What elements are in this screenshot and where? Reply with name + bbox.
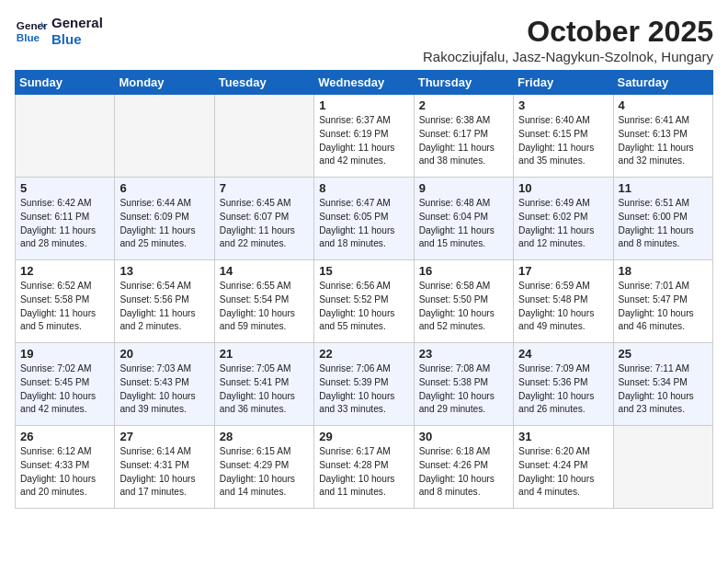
calendar-week-row: 5Sunrise: 6:42 AMSunset: 6:11 PMDaylight… bbox=[16, 178, 713, 260]
day-number: 19 bbox=[20, 347, 109, 361]
calendar-cell: 22Sunrise: 7:06 AMSunset: 5:39 PMDayligh… bbox=[314, 343, 414, 426]
calendar-cell: 26Sunrise: 6:12 AMSunset: 4:33 PMDayligh… bbox=[16, 426, 115, 509]
month-title: October 2025 bbox=[423, 15, 713, 49]
calendar-cell: 9Sunrise: 6:48 AMSunset: 6:04 PMDaylight… bbox=[414, 178, 513, 260]
day-info: Sunrise: 6:40 AMSunset: 6:15 PMDaylight:… bbox=[518, 114, 608, 168]
calendar-cell: 27Sunrise: 6:14 AMSunset: 4:31 PMDayligh… bbox=[115, 426, 214, 509]
calendar-cell: 17Sunrise: 6:59 AMSunset: 5:48 PMDayligh… bbox=[514, 260, 613, 343]
day-info: Sunrise: 6:44 AMSunset: 6:09 PMDaylight:… bbox=[119, 197, 209, 251]
day-number: 3 bbox=[518, 98, 608, 112]
day-info: Sunrise: 7:08 AMSunset: 5:38 PMDaylight:… bbox=[419, 362, 508, 417]
day-number: 23 bbox=[419, 347, 508, 361]
day-number: 24 bbox=[518, 347, 608, 361]
day-header-thursday: Thursday bbox=[414, 71, 513, 95]
day-number: 31 bbox=[518, 430, 608, 443]
calendar-cell: 2Sunrise: 6:38 AMSunset: 6:17 PMDaylight… bbox=[414, 95, 513, 178]
calendar-cell: 4Sunrise: 6:41 AMSunset: 6:13 PMDaylight… bbox=[613, 95, 712, 178]
calendar-cell bbox=[214, 95, 313, 178]
calendar-cell: 18Sunrise: 7:01 AMSunset: 5:47 PMDayligh… bbox=[613, 260, 712, 343]
calendar-cell: 19Sunrise: 7:02 AMSunset: 5:45 PMDayligh… bbox=[16, 343, 115, 426]
calendar-header-row: SundayMondayTuesdayWednesdayThursdayFrid… bbox=[16, 71, 713, 95]
calendar-cell: 15Sunrise: 6:56 AMSunset: 5:52 PMDayligh… bbox=[314, 260, 414, 343]
logo: General Blue General Blue bbox=[15, 15, 103, 48]
calendar-cell: 1Sunrise: 6:37 AMSunset: 6:19 PMDaylight… bbox=[314, 95, 414, 178]
day-info: Sunrise: 7:01 AMSunset: 5:47 PMDaylight:… bbox=[619, 280, 708, 334]
day-info: Sunrise: 6:38 AMSunset: 6:17 PMDaylight:… bbox=[419, 114, 508, 168]
day-info: Sunrise: 6:54 AMSunset: 5:56 PMDaylight:… bbox=[119, 280, 209, 334]
calendar-cell: 20Sunrise: 7:03 AMSunset: 5:43 PMDayligh… bbox=[115, 343, 214, 426]
day-number: 21 bbox=[220, 347, 309, 361]
calendar-cell: 25Sunrise: 7:11 AMSunset: 5:34 PMDayligh… bbox=[613, 343, 712, 426]
day-number: 11 bbox=[619, 181, 708, 195]
logo-general: General bbox=[51, 15, 103, 31]
day-header-wednesday: Wednesday bbox=[314, 71, 414, 95]
day-info: Sunrise: 6:45 AMSunset: 6:07 PMDaylight:… bbox=[220, 197, 309, 251]
day-number: 1 bbox=[319, 98, 408, 112]
day-info: Sunrise: 7:02 AMSunset: 5:45 PMDaylight:… bbox=[20, 362, 109, 417]
day-info: Sunrise: 6:37 AMSunset: 6:19 PMDaylight:… bbox=[319, 114, 408, 168]
calendar-cell: 21Sunrise: 7:05 AMSunset: 5:41 PMDayligh… bbox=[214, 343, 313, 426]
day-number: 22 bbox=[319, 347, 408, 361]
day-number: 5 bbox=[20, 181, 109, 195]
calendar-cell: 24Sunrise: 7:09 AMSunset: 5:36 PMDayligh… bbox=[514, 343, 613, 426]
calendar-cell: 6Sunrise: 6:44 AMSunset: 6:09 PMDaylight… bbox=[115, 178, 214, 260]
calendar-cell: 30Sunrise: 6:18 AMSunset: 4:26 PMDayligh… bbox=[414, 426, 513, 509]
day-number: 26 bbox=[20, 430, 109, 443]
day-number: 4 bbox=[619, 98, 708, 112]
calendar-week-row: 1Sunrise: 6:37 AMSunset: 6:19 PMDaylight… bbox=[16, 95, 713, 178]
day-header-tuesday: Tuesday bbox=[214, 71, 313, 95]
title-block: October 2025 Rakocziujfalu, Jasz-Nagykun… bbox=[423, 15, 713, 64]
day-info: Sunrise: 7:09 AMSunset: 5:36 PMDaylight:… bbox=[518, 362, 608, 417]
day-number: 2 bbox=[419, 98, 508, 112]
logo-icon: General Blue bbox=[15, 15, 48, 48]
calendar-cell: 10Sunrise: 6:49 AMSunset: 6:02 PMDayligh… bbox=[514, 178, 613, 260]
day-info: Sunrise: 6:58 AMSunset: 5:50 PMDaylight:… bbox=[419, 280, 508, 334]
day-number: 15 bbox=[319, 264, 408, 278]
day-number: 8 bbox=[319, 181, 408, 195]
svg-text:Blue: Blue bbox=[17, 31, 40, 43]
calendar-cell: 29Sunrise: 6:17 AMSunset: 4:28 PMDayligh… bbox=[314, 426, 414, 509]
calendar-cell: 8Sunrise: 6:47 AMSunset: 6:05 PMDaylight… bbox=[314, 178, 414, 260]
day-info: Sunrise: 6:15 AMSunset: 4:29 PMDaylight:… bbox=[220, 445, 309, 500]
day-info: Sunrise: 6:48 AMSunset: 6:04 PMDaylight:… bbox=[419, 197, 508, 251]
day-info: Sunrise: 6:49 AMSunset: 6:02 PMDaylight:… bbox=[518, 197, 608, 251]
day-number: 27 bbox=[119, 430, 209, 443]
location-title: Rakocziujfalu, Jasz-Nagykun-Szolnok, Hun… bbox=[423, 49, 713, 64]
day-info: Sunrise: 6:14 AMSunset: 4:31 PMDaylight:… bbox=[119, 445, 209, 500]
day-number: 14 bbox=[220, 264, 309, 278]
day-number: 12 bbox=[20, 264, 109, 278]
day-info: Sunrise: 6:56 AMSunset: 5:52 PMDaylight:… bbox=[319, 280, 408, 334]
calendar-week-row: 26Sunrise: 6:12 AMSunset: 4:33 PMDayligh… bbox=[16, 426, 713, 509]
day-header-saturday: Saturday bbox=[613, 71, 712, 95]
calendar-cell: 14Sunrise: 6:55 AMSunset: 5:54 PMDayligh… bbox=[214, 260, 313, 343]
day-info: Sunrise: 7:05 AMSunset: 5:41 PMDaylight:… bbox=[220, 362, 309, 417]
day-info: Sunrise: 7:11 AMSunset: 5:34 PMDaylight:… bbox=[619, 362, 708, 417]
day-number: 20 bbox=[119, 347, 209, 361]
calendar-body: 1Sunrise: 6:37 AMSunset: 6:19 PMDaylight… bbox=[16, 95, 713, 509]
calendar-cell bbox=[16, 95, 115, 178]
day-number: 10 bbox=[518, 181, 608, 195]
day-info: Sunrise: 6:47 AMSunset: 6:05 PMDaylight:… bbox=[319, 197, 408, 251]
day-info: Sunrise: 6:59 AMSunset: 5:48 PMDaylight:… bbox=[518, 280, 608, 334]
day-info: Sunrise: 7:03 AMSunset: 5:43 PMDaylight:… bbox=[119, 362, 209, 417]
calendar-cell: 23Sunrise: 7:08 AMSunset: 5:38 PMDayligh… bbox=[414, 343, 513, 426]
page-header: General Blue General Blue October 2025 R… bbox=[15, 15, 713, 64]
calendar-cell: 5Sunrise: 6:42 AMSunset: 6:11 PMDaylight… bbox=[16, 178, 115, 260]
day-header-monday: Monday bbox=[115, 71, 214, 95]
calendar-table: SundayMondayTuesdayWednesdayThursdayFrid… bbox=[15, 70, 713, 509]
calendar-cell: 13Sunrise: 6:54 AMSunset: 5:56 PMDayligh… bbox=[115, 260, 214, 343]
day-number: 17 bbox=[518, 264, 608, 278]
day-number: 28 bbox=[220, 430, 309, 443]
day-info: Sunrise: 6:41 AMSunset: 6:13 PMDaylight:… bbox=[619, 114, 708, 168]
day-header-friday: Friday bbox=[514, 71, 613, 95]
day-info: Sunrise: 6:18 AMSunset: 4:26 PMDaylight:… bbox=[419, 445, 508, 500]
day-info: Sunrise: 6:17 AMSunset: 4:28 PMDaylight:… bbox=[319, 445, 408, 500]
day-number: 18 bbox=[619, 264, 708, 278]
day-info: Sunrise: 6:20 AMSunset: 4:24 PMDaylight:… bbox=[518, 445, 608, 500]
day-number: 13 bbox=[119, 264, 209, 278]
day-number: 9 bbox=[419, 181, 508, 195]
calendar-week-row: 19Sunrise: 7:02 AMSunset: 5:45 PMDayligh… bbox=[16, 343, 713, 426]
calendar-cell: 11Sunrise: 6:51 AMSunset: 6:00 PMDayligh… bbox=[613, 178, 712, 260]
calendar-cell: 16Sunrise: 6:58 AMSunset: 5:50 PMDayligh… bbox=[414, 260, 513, 343]
day-info: Sunrise: 6:42 AMSunset: 6:11 PMDaylight:… bbox=[20, 197, 109, 251]
